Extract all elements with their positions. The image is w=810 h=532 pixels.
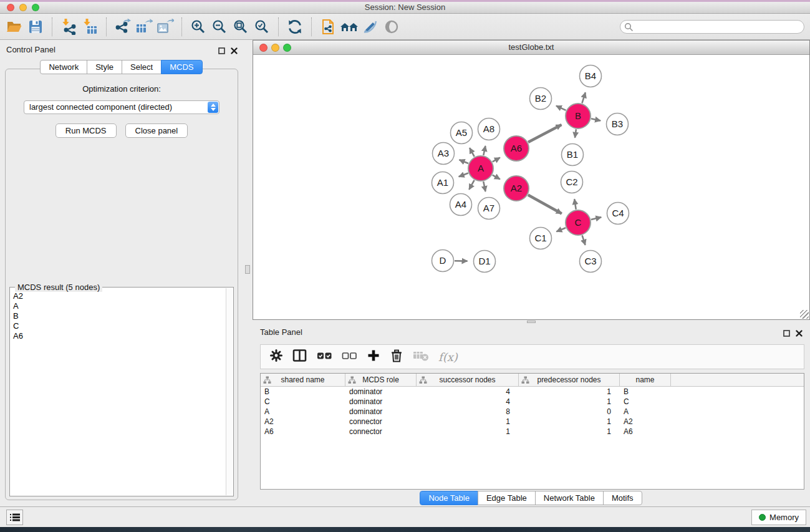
result-item-a2[interactable]: A2 bbox=[11, 291, 225, 301]
node-B2[interactable]: B2 bbox=[530, 88, 552, 110]
node-D1[interactable]: D1 bbox=[474, 251, 496, 273]
cell-name[interactable]: A6 bbox=[620, 427, 671, 437]
float-table-panel-icon[interactable] bbox=[783, 328, 790, 339]
edge-A2-C[interactable] bbox=[528, 195, 562, 213]
table-row[interactable]: Bdominator41B bbox=[261, 387, 804, 397]
gear-icon[interactable] bbox=[269, 349, 283, 365]
column-header-mcds-role[interactable]: MCDS role bbox=[345, 374, 417, 386]
cell-successor-nodes[interactable]: 1 bbox=[417, 427, 519, 437]
function-icon[interactable]: f(x) bbox=[438, 351, 458, 364]
zoom-view-button[interactable] bbox=[283, 44, 291, 52]
edge-B-B2[interactable] bbox=[556, 106, 566, 110]
zoom-in-icon[interactable] bbox=[188, 16, 209, 37]
delete-table-icon[interactable] bbox=[413, 349, 429, 364]
cell-shared-name[interactable]: A2 bbox=[261, 417, 345, 427]
export-image-icon[interactable] bbox=[155, 16, 176, 37]
edge-A-A3[interactable] bbox=[460, 160, 469, 163]
zoom-fit-icon[interactable] bbox=[230, 16, 251, 37]
search-field[interactable] bbox=[620, 20, 804, 34]
network-window-titlebar[interactable]: testGlobe.txt bbox=[253, 41, 809, 55]
node-A8[interactable]: A8 bbox=[478, 118, 500, 140]
import-network-icon[interactable] bbox=[58, 16, 79, 37]
node-C3[interactable]: C3 bbox=[580, 251, 602, 273]
horizontal-splitter-handle[interactable] bbox=[527, 321, 536, 323]
edge-A-A7[interactable] bbox=[483, 181, 485, 191]
cell-predecessor-nodes[interactable]: 0 bbox=[519, 407, 620, 417]
table-row[interactable]: Adominator80A bbox=[261, 407, 804, 417]
edge-C-C2[interactable] bbox=[574, 199, 576, 210]
resize-grip-icon[interactable] bbox=[800, 310, 809, 319]
node-A7[interactable]: A7 bbox=[478, 198, 500, 220]
edge-B-B1[interactable] bbox=[575, 129, 576, 138]
cell-shared-name[interactable]: C bbox=[261, 397, 345, 407]
cell-mcds-role[interactable]: dominator bbox=[345, 387, 417, 397]
node-C1[interactable]: C1 bbox=[530, 228, 552, 249]
tab-select[interactable]: Select bbox=[122, 60, 162, 74]
network-canvas[interactable]: B4B2BB3A8A5A6A3B1AA1C2A2A4A7C4CC1C3DD1 bbox=[253, 56, 809, 319]
import-table-icon[interactable] bbox=[79, 16, 100, 37]
edge-B-B3[interactable] bbox=[591, 118, 600, 120]
node-A3[interactable]: A3 bbox=[433, 143, 455, 165]
table-row[interactable]: Cdominator41C bbox=[261, 397, 804, 407]
tab-edge-table[interactable]: Edge Table bbox=[478, 491, 536, 505]
edge-C-C4[interactable] bbox=[591, 217, 601, 220]
close-panel-button[interactable]: Close panel bbox=[125, 123, 188, 138]
cell-successor-nodes[interactable]: 1 bbox=[417, 417, 519, 427]
criterion-select[interactable]: largest connected component (directed) bbox=[24, 100, 219, 114]
zoom-selected-icon[interactable] bbox=[251, 16, 272, 37]
minimize-window-button[interactable] bbox=[19, 4, 27, 11]
close-window-button[interactable] bbox=[7, 4, 14, 11]
tab-mcds[interactable]: MCDS bbox=[161, 60, 202, 74]
search-input[interactable] bbox=[634, 21, 804, 32]
cell-mcds-role[interactable]: connector bbox=[345, 427, 417, 437]
cell-shared-name[interactable]: A bbox=[261, 407, 345, 417]
cell-name[interactable]: C bbox=[620, 397, 671, 407]
result-item-c[interactable]: C bbox=[11, 321, 225, 331]
edge-A-A6[interactable] bbox=[493, 158, 500, 162]
node-B4[interactable]: B4 bbox=[580, 65, 602, 87]
run-mcds-button[interactable]: Run MCDS bbox=[55, 123, 117, 138]
network-file-icon[interactable] bbox=[317, 16, 339, 37]
node-A4[interactable]: A4 bbox=[450, 194, 472, 216]
cell-predecessor-nodes[interactable]: 1 bbox=[519, 427, 620, 437]
cell-shared-name[interactable]: B bbox=[261, 387, 345, 397]
edge-A-A5[interactable] bbox=[470, 148, 475, 157]
edge-A-A8[interactable] bbox=[483, 146, 485, 155]
column-header-predecessor-nodes[interactable]: predecessor nodes bbox=[519, 374, 620, 386]
tab-node-table[interactable]: Node Table bbox=[420, 491, 478, 505]
tab-style[interactable]: Style bbox=[87, 60, 122, 74]
open-session-icon[interactable] bbox=[4, 16, 25, 37]
edge-C-C3[interactable] bbox=[582, 235, 586, 244]
vertical-splitter[interactable] bbox=[243, 40, 253, 506]
node-A1[interactable]: A1 bbox=[432, 172, 454, 194]
cell-successor-nodes[interactable]: 4 bbox=[417, 387, 519, 397]
node-C4[interactable]: C4 bbox=[607, 203, 629, 225]
cell-name[interactable]: B bbox=[620, 387, 671, 397]
node-A[interactable]: A bbox=[468, 156, 493, 181]
result-item-b[interactable]: B bbox=[11, 311, 225, 321]
result-item-a6[interactable]: A6 bbox=[11, 331, 225, 341]
node-A6[interactable]: A6 bbox=[504, 136, 529, 161]
refresh-icon[interactable] bbox=[284, 16, 306, 37]
tab-motifs[interactable]: Motifs bbox=[603, 491, 642, 505]
edge-A-A4[interactable] bbox=[469, 180, 474, 190]
node-B[interactable]: B bbox=[566, 104, 591, 128]
edge-A-A1[interactable] bbox=[459, 173, 468, 177]
split-column-icon[interactable] bbox=[292, 349, 307, 365]
node-B1[interactable]: B1 bbox=[562, 144, 584, 166]
deselect-all-icon[interactable] bbox=[342, 349, 357, 365]
result-scrollbar[interactable] bbox=[226, 288, 233, 495]
node-A5[interactable]: A5 bbox=[451, 122, 473, 144]
cell-predecessor-nodes[interactable]: 1 bbox=[519, 397, 620, 407]
node-B3[interactable]: B3 bbox=[607, 114, 629, 135]
add-column-icon[interactable] bbox=[367, 349, 380, 365]
cell-successor-nodes[interactable]: 8 bbox=[417, 407, 519, 417]
zoom-out-icon[interactable] bbox=[209, 16, 230, 37]
zoom-window-button[interactable] bbox=[32, 4, 39, 11]
cell-name[interactable]: A bbox=[620, 407, 671, 417]
memory-button[interactable]: Memory bbox=[751, 510, 806, 525]
export-table-icon[interactable] bbox=[133, 16, 155, 37]
close-panel-icon[interactable] bbox=[231, 46, 238, 57]
column-header-name[interactable]: name bbox=[620, 374, 671, 386]
node-C2[interactable]: C2 bbox=[561, 172, 583, 193]
